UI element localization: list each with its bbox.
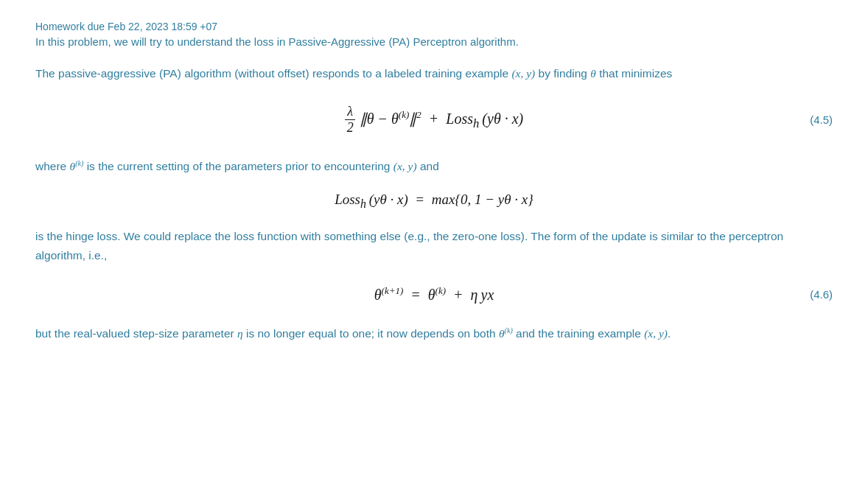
equation-number-4-5: (4.5) [810, 113, 833, 126]
paragraph-4: but the real-valued step-size parameter … [35, 324, 833, 343]
equation-4-6: θ(k+1) = θ(k) + η yx [374, 285, 494, 304]
paragraph-3: is the hinge loss. We could replace the … [35, 227, 833, 264]
loss-equation-block: Lossh (yθ · x) = max{0, 1 − yθ · x} [35, 192, 833, 211]
intro-text: In this problem, we will try to understa… [35, 35, 833, 48]
equation-number-4-6: (4.6) [810, 288, 833, 301]
homework-header: Homework due Feb 22, 2023 18:59 +07 [35, 21, 833, 32]
equation-4-5-block: λ 2 ∥θ − θ(k)∥2 + Lossh (yθ · x) (4.5) [35, 104, 833, 136]
equation-4-5: λ 2 ∥θ − θ(k)∥2 + Lossh (yθ · x) [345, 104, 524, 136]
equation-4-6-block: θ(k+1) = θ(k) + η yx (4.6) [35, 285, 833, 304]
loss-equation: Lossh (yθ · x) = max{0, 1 − yθ · x} [335, 192, 533, 211]
paragraph-1: The passive-aggressive (PA) algorithm (w… [35, 64, 833, 83]
paragraph-2: where θ(k) is the current setting of the… [35, 157, 833, 176]
